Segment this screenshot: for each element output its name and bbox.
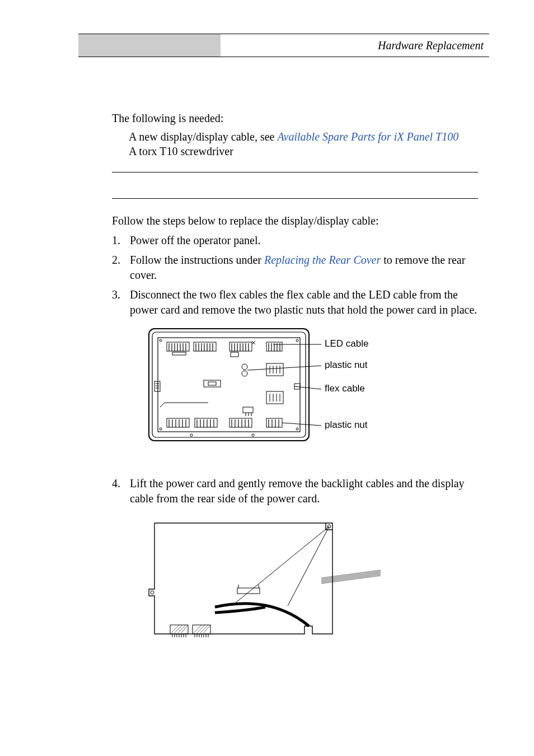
svg-rect-37 bbox=[172, 352, 186, 355]
svg-point-90 bbox=[190, 434, 193, 436]
svg-rect-38 bbox=[231, 352, 238, 357]
svg-rect-2 bbox=[158, 338, 300, 432]
page-header: Hardware Replacement bbox=[78, 34, 489, 57]
svg-line-105 bbox=[321, 572, 381, 580]
step-2-pre: Follow the instructions under bbox=[130, 254, 264, 266]
svg-line-93 bbox=[247, 366, 321, 370]
fig1-label-pn2: plastic nut bbox=[325, 419, 368, 430]
hr-top bbox=[112, 172, 478, 172]
step-3-text: Disconnect the two flex cables the flex … bbox=[130, 288, 477, 316]
needed-item-2: A torx T10 screwdriver bbox=[129, 144, 478, 158]
fig1-label-led: LED cable bbox=[325, 338, 368, 349]
svg-rect-110 bbox=[193, 625, 210, 634]
header-grey-block bbox=[78, 34, 221, 57]
figure-1: LED cable plastic nut flex cable plastic… bbox=[148, 328, 478, 449]
svg-line-94 bbox=[294, 386, 321, 389]
svg-line-107 bbox=[321, 575, 381, 582]
step-3-num: 3. bbox=[112, 287, 120, 302]
svg-line-104 bbox=[321, 571, 381, 579]
svg-rect-46 bbox=[266, 391, 283, 404]
svg-rect-51 bbox=[204, 380, 221, 387]
svg-rect-53 bbox=[154, 381, 160, 391]
step-4: 4. Lift the power card and gently remove… bbox=[112, 476, 478, 655]
step-1-text: Power off the operator panel. bbox=[130, 234, 260, 246]
figure-2 bbox=[148, 516, 478, 655]
power-card-rear-diagram bbox=[148, 516, 388, 651]
svg-point-3 bbox=[160, 339, 162, 342]
svg-rect-41 bbox=[266, 363, 283, 376]
fig1-label-flex: flex cable bbox=[325, 383, 365, 394]
svg-rect-0 bbox=[149, 329, 309, 441]
svg-rect-109 bbox=[170, 625, 188, 634]
intro-text: The following is needed: bbox=[112, 112, 478, 125]
svg-line-106 bbox=[321, 573, 381, 581]
svg-line-95 bbox=[282, 423, 321, 426]
step-4-text: Lift the power card and gently remove th… bbox=[130, 477, 465, 505]
steps-intro: Follow the steps below to replace the di… bbox=[112, 214, 478, 227]
svg-point-4 bbox=[296, 339, 298, 342]
rear-cover-link[interactable]: Replacing the Rear Cover bbox=[264, 254, 381, 266]
svg-line-102 bbox=[288, 526, 329, 606]
header-title: Hardware Replacement bbox=[378, 34, 484, 57]
needed-list: A new display/display cable, see Availab… bbox=[129, 129, 478, 158]
hr-bottom bbox=[112, 198, 478, 199]
step-1: 1. Power off the operator panel. bbox=[112, 233, 478, 248]
svg-rect-1 bbox=[152, 332, 306, 437]
svg-point-91 bbox=[252, 434, 254, 436]
page-body: The following is needed: A new display/d… bbox=[112, 112, 478, 659]
needed-item-1: A new display/display cable, see Availab… bbox=[129, 129, 478, 144]
svg-line-59 bbox=[160, 403, 165, 407]
svg-line-126 bbox=[175, 625, 182, 633]
spare-parts-link[interactable]: Available Spare Parts for iX Panel T100 bbox=[278, 130, 459, 143]
power-card-top-diagram: LED cable plastic nut flex cable plastic… bbox=[148, 328, 383, 445]
needed-item-1-pre: A new display/display cable, see bbox=[129, 130, 278, 143]
svg-line-129 bbox=[194, 625, 202, 633]
step-1-num: 1. bbox=[112, 233, 120, 248]
step-2-num: 2. bbox=[112, 253, 120, 268]
svg-point-97 bbox=[151, 591, 154, 594]
fig1-label-pn1: plastic nut bbox=[325, 360, 368, 370]
steps-list: 1. Power off the operator panel. 2. Foll… bbox=[112, 233, 478, 655]
step-2: 2. Follow the instructions under Replaci… bbox=[112, 253, 478, 283]
svg-line-130 bbox=[197, 625, 205, 633]
step-3: 3. Disconnect the two flex cables the fl… bbox=[112, 287, 478, 472]
svg-point-40 bbox=[242, 371, 247, 376]
svg-line-125 bbox=[171, 625, 179, 633]
svg-point-39 bbox=[242, 364, 247, 370]
svg-rect-52 bbox=[208, 382, 216, 385]
svg-line-101 bbox=[232, 526, 329, 606]
step-4-num: 4. bbox=[112, 476, 120, 491]
svg-rect-98 bbox=[237, 588, 260, 594]
svg-point-6 bbox=[296, 428, 298, 430]
svg-point-5 bbox=[160, 428, 162, 430]
svg-rect-60 bbox=[243, 407, 253, 413]
